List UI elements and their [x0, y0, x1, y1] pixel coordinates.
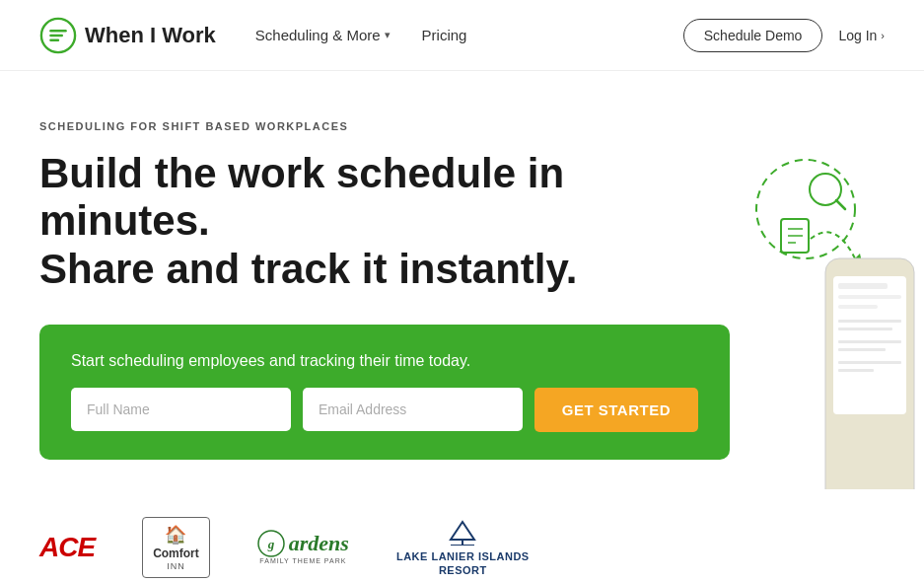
hero-subtitle: SCHEDULING FOR SHIFT BASED WORKPLACES [39, 120, 885, 132]
email-input[interactable] [303, 388, 523, 431]
svg-text:g: g [267, 537, 275, 551]
cta-form: GET STARTED [71, 388, 698, 432]
ace-logo: ACE [39, 532, 95, 563]
comfort-inn-text: INN [167, 561, 185, 571]
svg-rect-17 [838, 320, 901, 323]
svg-marker-28 [451, 522, 474, 540]
nav-scheduling[interactable]: Scheduling & More ▾ [255, 27, 391, 43]
logo[interactable]: When I Work [39, 17, 216, 54]
login-link[interactable]: Log In › [838, 28, 885, 43]
svg-rect-18 [838, 328, 892, 330]
gilroy-sub: FAMILY THEME PARK [259, 557, 346, 564]
schedule-demo-button[interactable]: Schedule Demo [683, 19, 823, 52]
gilroy-icon: g [257, 530, 285, 557]
lanier-icon [447, 518, 478, 546]
gilroy-gardens-logo: g ardens FAMILY THEME PARK [257, 530, 349, 564]
comfort-icon: 🏠 [165, 524, 186, 546]
svg-rect-15 [838, 295, 901, 299]
svg-rect-12 [825, 258, 914, 489]
hero-heading: Build the work schedule in minutes. Shar… [39, 150, 710, 293]
svg-rect-22 [838, 369, 874, 372]
get-started-button[interactable]: GET STARTED [534, 388, 698, 432]
svg-rect-16 [838, 305, 878, 309]
cta-card-text: Start scheduling employees and tracking … [71, 352, 698, 370]
chevron-down-icon: ▾ [385, 29, 391, 41]
nav-pricing[interactable]: Pricing [422, 27, 467, 43]
lake-lanier-logo: LAKE LANIER ISLANDSRESORT [396, 518, 530, 578]
chevron-right-icon: › [881, 30, 885, 41]
logo-text: When I Work [85, 23, 216, 48]
comfort-inn-logo: 🏠 Comfort INN [142, 517, 210, 578]
svg-rect-13 [833, 276, 906, 414]
full-name-input[interactable] [71, 388, 291, 431]
main-nav: When I Work Scheduling & More ▾ Pricing … [0, 0, 924, 71]
hero-illustration [727, 130, 924, 489]
svg-line-6 [836, 200, 845, 209]
svg-rect-14 [838, 283, 888, 289]
cta-card: Start scheduling employees and tracking … [39, 325, 730, 460]
comfort-text: Comfort [153, 547, 199, 559]
gilroy-text: ardens [289, 531, 349, 556]
nav-links: Scheduling & More ▾ Pricing [255, 27, 683, 43]
ace-text: ACE [39, 532, 95, 563]
svg-rect-7 [781, 219, 809, 253]
svg-rect-20 [838, 348, 886, 351]
svg-point-5 [810, 174, 841, 205]
svg-rect-19 [838, 340, 901, 343]
svg-rect-21 [838, 361, 901, 364]
nav-actions: Schedule Demo Log In › [683, 19, 885, 52]
logos-bar: ACE 🏠 Comfort INN g ardens FAMILY THEME … [0, 489, 924, 578]
svg-point-4 [756, 160, 855, 258]
svg-marker-11 [850, 254, 863, 266]
lanier-text: LAKE LANIER ISLANDSRESORT [396, 549, 530, 578]
hero-section: SCHEDULING FOR SHIFT BASED WORKPLACES Bu… [0, 71, 924, 489]
